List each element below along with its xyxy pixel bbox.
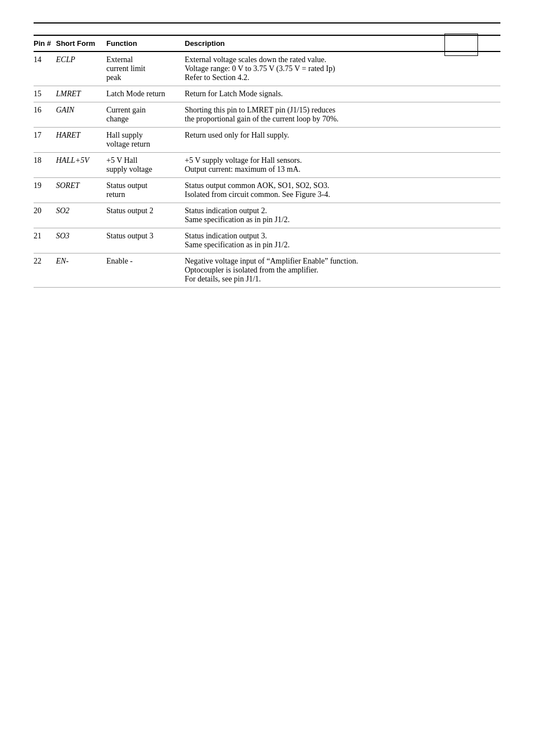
function-line: return <box>106 190 180 199</box>
cell-pin: 17 <box>34 128 56 153</box>
cell-function: +5 V Hallsupply voltage <box>106 153 185 178</box>
description-line: Same specification as in pin J1/2. <box>185 215 496 224</box>
cell-description: Return used only for Hall supply. <box>185 128 500 153</box>
cell-pin: 14 <box>34 51 56 86</box>
col-header-shortform: Short Form <box>56 35 106 51</box>
cell-function: Externalcurrent limitpeak <box>106 51 185 86</box>
cell-pin: 20 <box>34 203 56 228</box>
cell-description: +5 V supply voltage for Hall sensors.Out… <box>185 153 500 178</box>
table-row: 18HALL+5V+5 V Hallsupply voltage+5 V sup… <box>34 153 500 178</box>
table-row: 17HARETHall supplyvoltage returnReturn u… <box>34 128 500 153</box>
cell-pin: 19 <box>34 178 56 203</box>
function-line: peak <box>106 73 180 82</box>
cell-description: Negative voltage input of “Amplifier Ena… <box>185 253 500 288</box>
cell-description: Return for Latch Mode signals. <box>185 86 500 102</box>
top-border <box>34 22 500 24</box>
cell-shortform: HALL+5V <box>56 153 106 178</box>
cell-shortform: SO3 <box>56 228 106 253</box>
description-line: Voltage range: 0 V to 3.75 V (3.75 V = r… <box>185 64 496 73</box>
cell-shortform: ECLP <box>56 51 106 86</box>
cell-function: Enable - <box>106 253 185 288</box>
cell-shortform: LMRET <box>56 86 106 102</box>
corner-box <box>444 34 478 56</box>
page-wrapper: Pin # Short Form Function Description 14… <box>34 22 500 288</box>
cell-description: Status output common AOK, SO1, SO2, SO3.… <box>185 178 500 203</box>
cell-pin: 22 <box>34 253 56 288</box>
cell-description: Shorting this pin to LMRET pin (J1/15) r… <box>185 102 500 128</box>
function-line: change <box>106 115 180 124</box>
function-line: Hall supply <box>106 131 180 140</box>
table-row: 21SO3Status output 3Status indication ou… <box>34 228 500 253</box>
description-line: Refer to Section 4.2. <box>185 73 496 82</box>
cell-shortform: SO2 <box>56 203 106 228</box>
function-line: +5 V Hall <box>106 156 180 165</box>
function-line: Current gain <box>106 106 180 115</box>
cell-pin: 15 <box>34 86 56 102</box>
description-line: Negative voltage input of “Amplifier Ena… <box>185 257 496 266</box>
description-line: Return for Latch Mode signals. <box>185 90 496 98</box>
cell-shortform: EN- <box>56 253 106 288</box>
description-line: +5 V supply voltage for Hall sensors. <box>185 156 496 165</box>
table-row: 14ECLPExternalcurrent limitpeakExternal … <box>34 51 500 86</box>
description-line: Return used only for Hall supply. <box>185 131 496 140</box>
col-header-pin: Pin # <box>34 35 56 51</box>
description-line: the proportional gain of the current loo… <box>185 115 496 124</box>
cell-shortform: GAIN <box>56 102 106 128</box>
cell-function: Hall supplyvoltage return <box>106 128 185 153</box>
table-row: 15LMRETLatch Mode returnReturn for Latch… <box>34 86 500 102</box>
table-header-row: Pin # Short Form Function Description <box>34 35 500 51</box>
cell-description: Status indication output 2.Same specific… <box>185 203 500 228</box>
description-line: Status indication output 2. <box>185 206 496 215</box>
cell-shortform: HARET <box>56 128 106 153</box>
col-header-function: Function <box>106 35 185 51</box>
function-line: supply voltage <box>106 165 180 174</box>
table-row: 19SORETStatus outputreturnStatus output … <box>34 178 500 203</box>
description-line: Status output common AOK, SO1, SO2, SO3. <box>185 181 496 190</box>
cell-function: Status outputreturn <box>106 178 185 203</box>
cell-function: Current gainchange <box>106 102 185 128</box>
cell-description: External voltage scales down the rated v… <box>185 51 500 86</box>
cell-pin: 21 <box>34 228 56 253</box>
description-line: For details, see pin J1/1. <box>185 275 496 284</box>
cell-pin: 18 <box>34 153 56 178</box>
cell-function: Status output 3 <box>106 228 185 253</box>
function-line: current limit <box>106 64 180 73</box>
cell-description: Status indication output 3.Same specific… <box>185 228 500 253</box>
description-line: Shorting this pin to LMRET pin (J1/15) r… <box>185 106 496 115</box>
cell-function: Latch Mode return <box>106 86 185 102</box>
description-line: Output current: maximum of 13 mA. <box>185 165 496 174</box>
table-row: 22EN-Enable -Negative voltage input of “… <box>34 253 500 288</box>
table-row: 20SO2Status output 2Status indication ou… <box>34 203 500 228</box>
cell-function: Status output 2 <box>106 203 185 228</box>
table-body: 14ECLPExternalcurrent limitpeakExternal … <box>34 51 500 288</box>
cell-pin: 16 <box>34 102 56 128</box>
description-line: External voltage scales down the rated v… <box>185 55 496 64</box>
description-line: Status indication output 3. <box>185 232 496 241</box>
description-line: Same specification as in pin J1/2. <box>185 241 496 250</box>
function-line: Status output <box>106 181 180 190</box>
description-line: Isolated from circuit common. See Figure… <box>185 190 496 199</box>
pin-table: Pin # Short Form Function Description 14… <box>34 35 500 288</box>
description-line: Optocoupler is isolated from the amplifi… <box>185 266 496 275</box>
table-row: 16GAINCurrent gainchangeShorting this pi… <box>34 102 500 128</box>
function-line: voltage return <box>106 140 180 149</box>
cell-shortform: SORET <box>56 178 106 203</box>
function-line: External <box>106 55 180 64</box>
